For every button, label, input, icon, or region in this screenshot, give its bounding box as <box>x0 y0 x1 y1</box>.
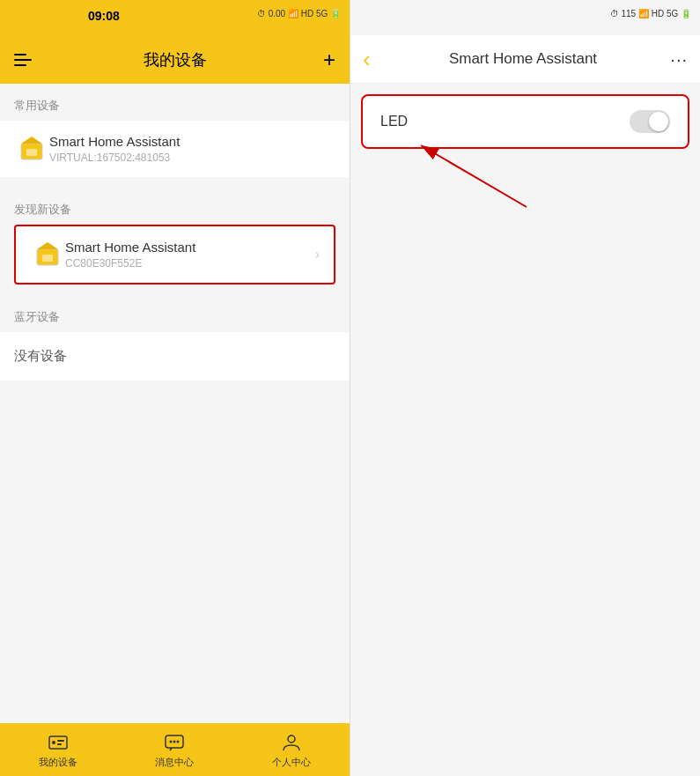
page-title-right: Smart Home Assistant <box>376 50 671 68</box>
status-icons-left: ⏱ 0.00 📶 HD 5G 🔋 <box>257 9 341 18</box>
svg-point-7 <box>52 741 55 744</box>
discover-devices-section: 发现新设备 Smart Home Assistant CC80E30F552E … <box>0 188 350 295</box>
hamburger-line-top <box>14 54 26 55</box>
svg-rect-8 <box>57 740 64 742</box>
hamburger-line-mid <box>14 59 32 61</box>
nav-item-messages[interactable]: 消息中心 <box>116 731 232 769</box>
bottom-nav: 我的设备 消息中心 个人中心 <box>0 723 350 776</box>
svg-rect-2 <box>26 149 37 156</box>
device-info-sha1: Smart Home Assistant VIRTUAL:167502:4810… <box>49 134 335 164</box>
status-bar-right: 09:08 ⏱ 115 📶 HD 5G 🔋 <box>350 0 700 35</box>
device-icon-sha2 <box>30 237 65 272</box>
status-bar-left: 09:08 ⏱ 0.00 📶 HD 5G 🔋 <box>0 0 350 35</box>
led-toggle[interactable] <box>630 110 670 133</box>
discover-devices-label: 发现新设备 <box>0 188 350 225</box>
header-right: ‹ Smart Home Assistant ··· <box>350 35 700 84</box>
led-control-card: LED <box>361 94 689 149</box>
svg-rect-5 <box>42 255 53 262</box>
svg-rect-9 <box>57 743 62 745</box>
device-icon-sha1 <box>14 131 49 166</box>
led-label: LED <box>380 114 408 129</box>
svg-marker-4 <box>37 242 58 249</box>
bluetooth-devices-section: 蓝牙设备 没有设备 <box>0 295 350 381</box>
no-bluetooth-device: 没有设备 <box>0 332 350 381</box>
nav-item-devices[interactable]: 我的设备 <box>0 731 116 769</box>
hamburger-menu-button[interactable] <box>14 54 32 66</box>
messages-nav-icon <box>163 731 186 754</box>
common-devices-section: 常用设备 Smart Home Assistant VIRTUAL:167502… <box>0 84 350 177</box>
right-panel: 09:08 ⏱ 115 📶 HD 5G 🔋 ‹ Smart Home Assis… <box>350 0 700 776</box>
device-info-sha2: Smart Home Assistant CC80E30F552E <box>65 240 315 270</box>
common-device-list: Smart Home Assistant VIRTUAL:167502:4810… <box>0 121 350 177</box>
profile-nav-icon <box>280 731 303 754</box>
nav-label-profile: 个人中心 <box>272 756 311 769</box>
svg-marker-1 <box>21 137 42 144</box>
device-name-sha2: Smart Home Assistant <box>65 240 315 255</box>
status-icons-right: ⏱ 115 📶 HD 5G 🔋 <box>610 9 691 18</box>
svg-point-15 <box>288 735 295 743</box>
content-right: LED <box>350 84 700 776</box>
device-name-sha1: Smart Home Assistant <box>49 134 335 149</box>
add-device-button[interactable]: + <box>323 48 335 72</box>
left-panel: 09:08 ⏱ 0.00 📶 HD 5G 🔋 我的设备 + 常用设备 <box>0 0 350 776</box>
svg-point-13 <box>177 740 180 743</box>
svg-point-12 <box>173 740 176 743</box>
device-item-sha1[interactable]: Smart Home Assistant VIRTUAL:167502:4810… <box>0 121 350 177</box>
page-title-left: 我的设备 <box>144 49 207 70</box>
devices-nav-icon <box>47 731 70 754</box>
nav-label-devices: 我的设备 <box>39 756 77 769</box>
more-options-button[interactable]: ··· <box>670 49 688 70</box>
status-time-left: 09:08 <box>88 9 120 23</box>
device-id-sha2: CC80E30F552E <box>65 257 315 270</box>
nav-label-messages: 消息中心 <box>155 756 194 769</box>
bluetooth-devices-label: 蓝牙设备 <box>0 295 350 332</box>
content-left: 常用设备 Smart Home Assistant VIRTUAL:167502… <box>0 84 350 776</box>
toggle-knob <box>649 112 668 131</box>
hamburger-line-bot <box>14 64 26 66</box>
new-device-item-sha2[interactable]: Smart Home Assistant CC80E30F552E › <box>14 225 335 285</box>
header-left: 我的设备 + <box>0 35 350 84</box>
back-button[interactable]: ‹ <box>363 46 371 73</box>
device-id-sha1: VIRTUAL:167502:481053 <box>49 152 335 164</box>
chevron-right-icon: › <box>315 247 320 262</box>
nav-item-profile[interactable]: 个人中心 <box>233 731 350 769</box>
new-device-list: Smart Home Assistant CC80E30F552E › <box>0 225 350 295</box>
svg-point-11 <box>170 740 173 743</box>
common-devices-label: 常用设备 <box>0 84 350 121</box>
